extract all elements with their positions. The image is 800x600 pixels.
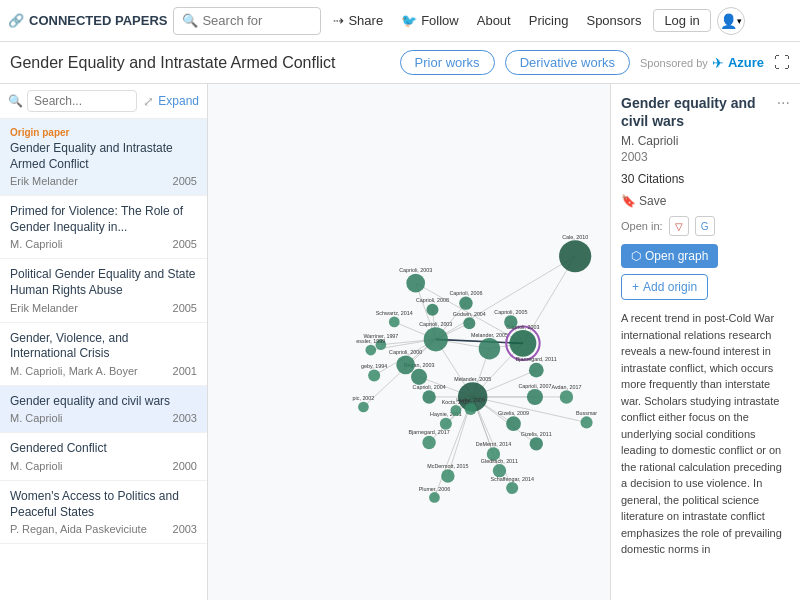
derivative-works-button[interactable]: Derivative works (505, 50, 630, 75)
graph-node[interactable]: Cale, 2010 (559, 234, 591, 273)
paper-item-author: Erik Melander (10, 302, 78, 314)
paper-list-item[interactable]: Origin paperGender Equality and Intrasta… (0, 119, 207, 196)
node-circle (365, 345, 376, 356)
prior-works-button[interactable]: Prior works (400, 50, 495, 75)
graph-node[interactable]: McDermott, 2015 (427, 463, 468, 483)
paper-item-author: Erik Melander (10, 175, 78, 187)
save-button[interactable]: 🔖 Save (621, 194, 666, 208)
node-circle (411, 369, 427, 385)
semantic-scholar-icon: ▽ (675, 221, 683, 232)
open-google-scholar-button[interactable]: G (695, 216, 715, 236)
logo[interactable]: 🔗 CONNECTED PAPERS (8, 13, 167, 28)
login-button[interactable]: Log in (653, 9, 710, 32)
paper-item-meta: M. Caprioli, Mark A. Boyer2001 (10, 365, 197, 377)
avatar-button[interactable]: 👤 ▾ (717, 7, 745, 35)
paper-list-item[interactable]: Women's Access to Politics and Peaceful … (0, 481, 207, 544)
paper-item-title: Primed for Violence: The Role of Gender … (10, 204, 197, 235)
graph-node[interactable]: Plumer, 2006 (419, 486, 451, 503)
paper-item-meta: M. Caprioli2000 (10, 460, 197, 472)
graph-node[interactable]: Bjarnegard, 2011 (516, 356, 557, 377)
node-circle (358, 402, 369, 413)
graph-node[interactable]: Schwartz, 2014 (376, 310, 413, 327)
logo-text: CONNECTED PAPERS (29, 13, 167, 28)
graph-node[interactable]: Caprioli, 2004 (413, 384, 446, 404)
graph-node[interactable]: Caprioli, 2003 (506, 324, 540, 360)
paper-detail-title: Gender equality and civil wars (621, 94, 790, 130)
open-semantic-scholar-button[interactable]: ▽ (669, 216, 689, 236)
more-options-button[interactable]: ··· (777, 94, 790, 112)
paper-item-title: Gendered Conflict (10, 441, 197, 457)
node-circle (440, 418, 452, 430)
graph-icon: ⬡ (631, 249, 641, 263)
node-circle (424, 327, 448, 351)
paper-list-item[interactable]: Political Gender Equality and State Huma… (0, 259, 207, 322)
plus-icon: + (632, 280, 639, 294)
node-label: Bussmar (576, 410, 597, 416)
node-circle (465, 403, 477, 415)
papers-list: Origin paperGender Equality and Intrasta… (0, 119, 207, 600)
bookmark-icon: 🔖 (621, 194, 636, 208)
search-input[interactable] (202, 13, 312, 28)
page-title: Gender Equality and Intrastate Armed Con… (10, 54, 390, 72)
twitter-icon: 🐦 (401, 13, 417, 28)
paper-detail-year: 2003 (621, 150, 790, 164)
paper-list-item[interactable]: Primed for Violence: The Role of Gender … (0, 196, 207, 259)
chevron-down-icon: ▾ (737, 16, 742, 26)
pricing-button[interactable]: Pricing (523, 9, 575, 32)
graph-node[interactable]: Gleditsch, 2011 (481, 458, 518, 478)
share-button[interactable]: ⇢ Share (327, 9, 389, 32)
resize-icon: ⤢ (143, 94, 154, 109)
graph-node[interactable]: Gizelis, 2009 (498, 410, 529, 431)
paper-list-item[interactable]: Gender equality and civil warsM. Capriol… (0, 386, 207, 434)
node-label: Bjarnegard, 2011 (516, 356, 557, 362)
graph-node[interactable]: Caprioli, 2008 (416, 297, 449, 315)
paper-item-author: M. Caprioli (10, 412, 63, 424)
node-circle (459, 296, 472, 309)
paper-item-meta: M. Caprioli2003 (10, 412, 197, 424)
graph-node[interactable]: Bjarnegard, 2017 (409, 429, 450, 449)
paper-list-item[interactable]: Gender, Violence, and International Cris… (0, 323, 207, 386)
paper-item-title: Women's Access to Politics and Peaceful … (10, 489, 197, 520)
node-label: Caprioli, 2004 (413, 384, 446, 390)
graph-node[interactable]: Melander, 2005 (471, 332, 508, 360)
open-graph-button[interactable]: ⬡ Open graph (621, 244, 718, 268)
graph-node[interactable]: Caprioli, 2006 (449, 290, 482, 310)
node-label: Gizelis, 2011 (521, 431, 552, 437)
graph-area[interactable]: Caprioli, 2003Caprioli, 2006Caprioli, 20… (208, 84, 610, 600)
node-circle (441, 469, 454, 482)
graph-canvas: Caprioli, 2003Caprioli, 2006Caprioli, 20… (208, 84, 610, 600)
expand-button[interactable]: Expand (158, 94, 199, 108)
node-label: Schaffengar, 2014 (490, 476, 533, 482)
graph-node[interactable]: pic, 2002 (353, 395, 375, 412)
add-origin-button[interactable]: + Add origin (621, 274, 708, 300)
fullscreen-button[interactable]: ⛶ (774, 54, 790, 72)
sidebar-search-input[interactable] (27, 90, 137, 112)
node-circle (504, 315, 517, 328)
sponsors-button[interactable]: Sponsors (580, 9, 647, 32)
graph-node[interactable]: Caprioli, 2003 (399, 267, 432, 292)
graph-node[interactable]: Bussmar (576, 410, 597, 428)
about-button[interactable]: About (471, 9, 517, 32)
graph-node[interactable]: Avdan, 2017 (551, 384, 581, 404)
sponsor-area: Sponsored by ✈ Azure (640, 55, 764, 71)
node-circle (451, 405, 462, 416)
graph-node[interactable]: Gizelis, 2011 (521, 431, 552, 451)
sponsored-by-label: Sponsored by (640, 57, 708, 69)
graph-edge (436, 256, 575, 339)
azure-logo: Azure (728, 55, 764, 70)
node-label: Caprioli, 2003 (419, 321, 452, 327)
paper-item-title: Gender equality and civil wars (10, 394, 197, 410)
follow-button[interactable]: 🐦 Follow (395, 9, 465, 32)
node-label: Caprioli, 2006 (449, 290, 482, 296)
node-circle (559, 240, 591, 272)
graph-node[interactable]: Caprioli, 2003 (419, 321, 452, 351)
graph-node[interactable]: Schaffengar, 2014 (490, 476, 533, 494)
paper-item-meta: P. Regan, Aida Paskeviciute2003 (10, 523, 197, 535)
paper-list-item[interactable]: Gendered ConflictM. Caprioli2000 (0, 433, 207, 481)
node-label: Plumer, 2006 (419, 486, 451, 492)
paper-item-year: 2003 (173, 523, 197, 535)
node-label: Melander, 2005 (471, 332, 508, 338)
graph-node[interactable]: geby, 1994 (361, 363, 387, 381)
graph-node[interactable]: Caprioli, 2007 (518, 383, 551, 405)
node-circle (429, 492, 440, 503)
